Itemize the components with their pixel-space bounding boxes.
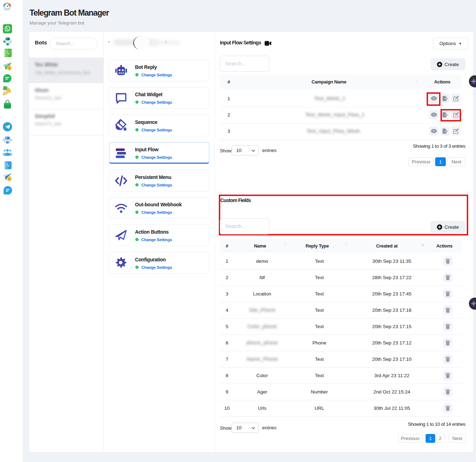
svg-text:1: 1 — [8, 66, 10, 70]
svg-text:1: 1 — [8, 177, 10, 181]
